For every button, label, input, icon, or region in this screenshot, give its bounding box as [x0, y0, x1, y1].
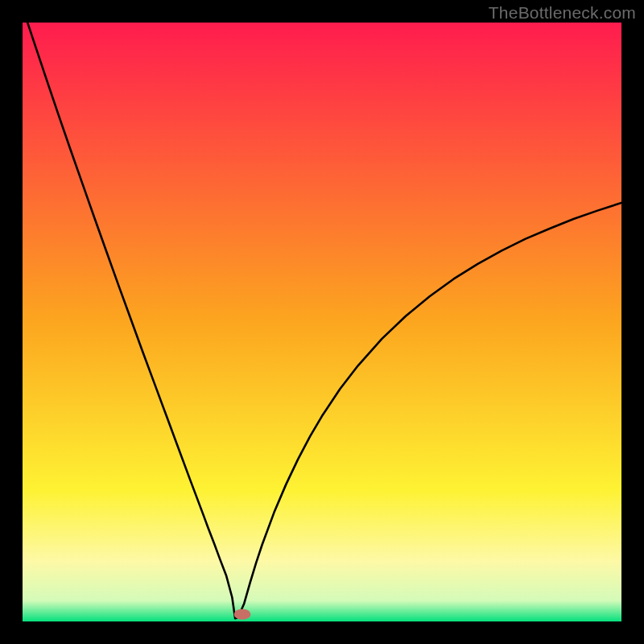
watermark-text: TheBottleneck.com: [489, 3, 636, 23]
chart-svg: [23, 23, 621, 621]
chart-frame: TheBottleneck.com: [0, 0, 644, 644]
curve-minimum-marker: [234, 609, 251, 619]
chart-plot-area: [23, 23, 621, 621]
chart-background: [23, 23, 621, 621]
